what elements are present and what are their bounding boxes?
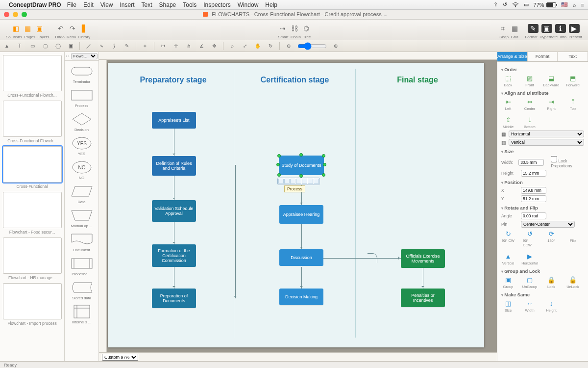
thumb-item[interactable]: Flowchart - Food secur...: [3, 192, 62, 235]
redo-button[interactable]: ↷: [68, 24, 77, 33]
zoom-fit-icon[interactable]: ⤢: [241, 42, 249, 50]
app-name[interactable]: ConceptDraw PRO: [9, 1, 61, 8]
connector[interactable]: [301, 267, 302, 289]
line-tool-icon[interactable]: ／: [85, 42, 93, 50]
grid-button[interactable]: ▦: [510, 24, 519, 33]
menu-text[interactable]: Text: [142, 1, 152, 8]
shape-yes[interactable]: YESYES: [65, 133, 98, 157]
shape-document[interactable]: Document: [65, 229, 98, 253]
pos-y-input[interactable]: [521, 195, 546, 202]
rotate-180[interactable]: ⟳180°: [544, 230, 558, 247]
shape-data[interactable]: Data: [65, 181, 98, 205]
library-selector[interactable]: Flowc…: [71, 53, 98, 59]
status-upload-icon[interactable]: ⇪: [493, 1, 498, 8]
menu-insert[interactable]: Insert: [120, 1, 135, 8]
resize-handle[interactable]: [277, 154, 281, 158]
window-close-button[interactable]: [4, 12, 9, 17]
zoom-out-icon[interactable]: ⊖: [285, 42, 293, 50]
resize-handle[interactable]: [323, 163, 326, 166]
pointer-tool-icon[interactable]: ▲: [3, 42, 11, 50]
drag-tool-icon[interactable]: ✥: [210, 42, 218, 50]
menu-tools[interactable]: Tools: [183, 1, 196, 8]
menu-edit[interactable]: Edit: [83, 1, 94, 8]
ellipse-tool-icon[interactable]: ◯: [54, 42, 62, 50]
node-appraisees-list[interactable]: Appraisee's List: [152, 112, 196, 129]
arc-tool-icon[interactable]: ⟆: [110, 42, 118, 50]
distribute-horizontal[interactable]: Horizontal: [509, 131, 584, 137]
status-display-icon[interactable]: ▭: [524, 1, 529, 8]
window-maximize-button[interactable]: [22, 12, 27, 17]
connector[interactable]: [174, 222, 174, 244]
nav-back-icon[interactable]: ‹: [66, 54, 67, 58]
pages-button[interactable]: ▦: [23, 24, 32, 33]
shape-stored-data[interactable]: Stored data: [65, 277, 98, 301]
crop-tool-icon[interactable]: ⌗: [141, 42, 149, 50]
status-battery[interactable]: 77%: [534, 2, 556, 8]
action-item[interactable]: [314, 179, 319, 184]
node-discussion[interactable]: Discussion: [279, 249, 323, 266]
zoom-in-icon[interactable]: ⊕: [332, 42, 340, 50]
thumb-item[interactable]: Flowchart - Import process: [3, 283, 62, 326]
connector[interactable]: [174, 176, 174, 200]
node-decision-making[interactable]: Decision Making: [279, 289, 323, 305]
edit-points-icon[interactable]: ✛: [172, 42, 180, 50]
connector[interactable]: [235, 165, 236, 298]
menu-window[interactable]: Window: [238, 1, 259, 8]
rotate-tool-icon[interactable]: ↻: [267, 42, 274, 50]
lock-button[interactable]: 🔒Lock: [544, 276, 558, 289]
pin-select[interactable]: Center-Center: [521, 221, 575, 228]
status-menu-icon[interactable]: ≡: [581, 2, 584, 8]
group-button[interactable]: ▣Group: [501, 276, 515, 289]
ruler-vertical[interactable]: [99, 60, 107, 352]
text-tool-icon[interactable]: T: [16, 42, 24, 50]
menu-view[interactable]: View: [100, 1, 113, 8]
shape-internal-storage[interactable]: Internal s ...: [65, 301, 98, 325]
format-button[interactable]: ✎: [528, 24, 539, 33]
thumb-item[interactable]: Cross-Functional Flowch...: [3, 101, 62, 143]
status-sync-icon[interactable]: ↺: [503, 1, 507, 8]
layers-button[interactable]: ▣: [35, 24, 44, 33]
action-item[interactable]: [302, 179, 307, 184]
node-validation-schedule[interactable]: Validation Schedule Approval: [152, 200, 196, 222]
measure-tool-icon[interactable]: ∡: [197, 42, 205, 50]
resize-handle[interactable]: [276, 163, 280, 166]
ungroup-button[interactable]: ▢UnGroup: [523, 276, 537, 289]
node-preparation-documents[interactable]: Preparation of Documents: [152, 289, 196, 308]
pen-tool-icon[interactable]: ✎: [123, 42, 131, 50]
thumb-item[interactable]: Flowchart - HR manage...: [3, 237, 62, 280]
tree-button[interactable]: ⌬: [302, 24, 311, 33]
canvas-scroll[interactable]: Preparatory stage Certification stage Fi…: [107, 60, 497, 352]
angle-input[interactable]: [521, 212, 546, 219]
resize-handle[interactable]: [322, 154, 325, 158]
hypernote-button[interactable]: ▣: [541, 24, 552, 33]
shape-terminator[interactable]: Terminator: [65, 61, 98, 85]
resize-handle[interactable]: [277, 173, 281, 177]
status-spotlight-icon[interactable]: ⌕: [573, 2, 576, 8]
align-middle[interactable]: ⇕Middle: [501, 116, 515, 129]
menu-shape[interactable]: Shape: [159, 1, 176, 8]
order-backward[interactable]: ⬓Backward: [544, 74, 558, 87]
connector-tool-icon[interactable]: ↦: [159, 42, 167, 50]
flip-horizontal[interactable]: ▶Horizontal: [523, 252, 537, 265]
insert-shape-icon[interactable]: ▣: [67, 42, 74, 50]
undo-button[interactable]: ↶: [56, 24, 65, 33]
shape-predefined[interactable]: Predefine ...: [65, 253, 98, 277]
order-front[interactable]: ▨Front: [523, 74, 537, 87]
connector[interactable]: [174, 129, 174, 156]
connector[interactable]: [323, 258, 401, 259]
action-item[interactable]: [284, 179, 290, 184]
info-button[interactable]: ℹ: [555, 24, 566, 33]
present-button[interactable]: ▶: [569, 24, 580, 33]
roundrect-tool-icon[interactable]: ▢: [41, 42, 49, 50]
align-bottom[interactable]: ⤓Bottom: [523, 116, 537, 129]
makesame-height[interactable]: ↕Height: [544, 299, 558, 313]
tab-arrange-size[interactable]: Arrange & Size: [497, 52, 528, 61]
shape-process[interactable]: Process: [65, 85, 98, 109]
shape-action-bar[interactable]: [277, 178, 320, 185]
tab-text[interactable]: Text: [558, 52, 588, 61]
order-back[interactable]: ⬚Back: [501, 74, 515, 87]
action-item[interactable]: [290, 179, 295, 184]
action-item[interactable]: [308, 179, 313, 184]
node-officials-exercise[interactable]: Officials Exercise Movements: [401, 249, 445, 268]
solutions-button[interactable]: ◧: [11, 24, 20, 33]
